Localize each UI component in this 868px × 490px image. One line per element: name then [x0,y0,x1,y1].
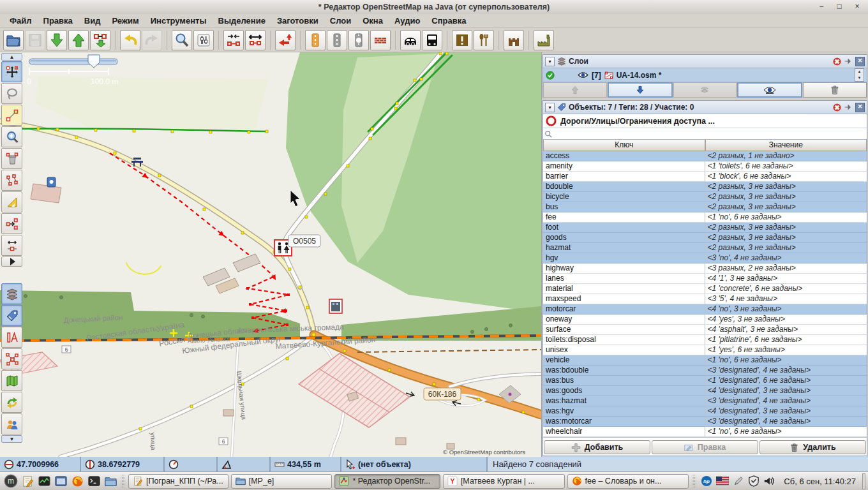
tag-row[interactable]: hazmat<2 разных, 3 не заданы> [543,243,867,253]
taskbar-clock[interactable]: Сб, 6 сен, 11:40:27 [784,477,856,486]
mint-menu-launcher[interactable]: m [3,473,19,489]
tags-dialog-button[interactable] [1,305,22,326]
tag-row[interactable]: was:bdouble<3 'designated', 4 не заданы> [543,366,867,376]
road-residential-button[interactable] [327,30,347,50]
menu-файл[interactable]: Файл [4,14,38,27]
delete-tag-button[interactable]: Удалить [760,440,866,454]
panel-close-icon[interactable]: ✕ [855,57,865,66]
road-crossing-button[interactable] [348,30,369,50]
vehicle-car-button[interactable] [400,30,421,50]
menu-окна[interactable]: Окна [357,14,389,27]
castle-button[interactable] [504,30,524,50]
help-icon[interactable] [832,57,841,66]
hp-tray-icon[interactable]: hp [701,475,712,487]
merge-layers-button[interactable] [673,82,737,98]
tag-row[interactable]: motorcar<4 'no', 3 не заданы> [543,304,867,315]
help-icon[interactable] [832,103,841,112]
minimize-button[interactable]: − [813,1,830,13]
show-desktop-strip[interactable] [862,473,865,489]
firefox-launcher[interactable] [69,473,86,489]
layers-dialog-button[interactable] [1,283,22,304]
hazard-button[interactable] [452,30,472,50]
upload-data-button[interactable] [68,30,89,50]
move-layer-down-button[interactable] [608,82,673,98]
add-tag-button[interactable]: Добавить [544,440,650,454]
show-desktop-launcher[interactable] [52,473,69,489]
improve-accuracy-button[interactable] [1,213,22,234]
text-editor-launcher[interactable] [19,473,36,489]
task-button[interactable]: [Погран_КПП (~/Ра... [128,474,228,489]
tag-row[interactable]: oneway<4 'yes', 3 не заданы> [543,315,867,325]
tag-row[interactable]: surface<4 'asphalt', 3 не заданы> [543,325,867,335]
draw-node-button[interactable] [1,105,22,126]
close-button[interactable]: × [849,1,865,13]
pin-icon[interactable] [844,103,853,112]
delete-layer-button[interactable] [803,82,867,98]
tag-row[interactable]: barrier<1 'block', 6 не заданы> [543,172,867,182]
task-button[interactable]: Y[Матвеев Курган | ... [443,474,565,489]
tag-row[interactable]: bus<2 разных, 3 не заданы> [543,202,867,212]
tag-row[interactable]: material<1 'concrete', 6 не заданы> [543,284,867,294]
download-primitive-button[interactable] [90,30,110,50]
collapse-icon[interactable]: ▼ [545,103,555,112]
move-layer-up-button[interactable] [543,82,607,98]
task-button[interactable]: [MP_e] [231,474,333,489]
menu-аудио[interactable]: Аудио [389,14,426,27]
map-canvas[interactable]: О0505 60К-186 6 6 Донецький район Україн… [0,52,541,457]
tag-row[interactable]: amenity<1 'toilets', 6 не заданы> [543,161,867,172]
relations-dialog-button[interactable] [1,348,22,369]
menu-инструменты[interactable]: Инструменты [145,14,213,27]
collapse-icon[interactable]: ▼ [545,57,555,66]
select-move-button[interactable] [1,61,22,82]
layer-row[interactable]: [7] UA-14.osm * ▲▼ [543,68,867,82]
layer-scroll-spinner[interactable]: ▲▼ [855,68,864,82]
layer-visible-eye-icon[interactable] [578,71,588,79]
menu-слои[interactable]: Слои [324,14,357,27]
preferences-button[interactable] [193,30,214,50]
volume-tray-icon[interactable] [763,475,775,487]
zoom-mode-button[interactable] [1,126,22,147]
pen-tray-icon[interactable] [733,475,744,487]
file-manager-launcher[interactable] [102,473,119,489]
tag-row[interactable]: goods<2 разных, 3 не заданы> [543,233,867,243]
lasso-button[interactable] [1,83,22,104]
undo-button[interactable] [120,30,140,50]
tag-row[interactable]: toilets:disposal<1 'pitlatrine', 6 не за… [543,335,867,345]
shield-tray-icon[interactable] [748,475,760,487]
angle-ruler-button[interactable] [1,191,22,212]
tag-row[interactable]: maxspeed<3 '5', 4 не заданы> [543,294,867,304]
system-monitor-launcher[interactable] [36,473,52,489]
scroll-up-button[interactable]: ▲ [1,53,22,61]
maximize-button[interactable]: □ [831,1,848,13]
menu-правка[interactable]: Правка [38,14,79,27]
tag-row[interactable]: fee<1 'no', 6 не заданы> [543,212,867,223]
task-button[interactable]: * Редактор OpenStr... [334,474,440,489]
edit-tag-button[interactable]: Правка [652,440,758,454]
vehicle-bus-button[interactable] [422,30,442,50]
more-tools-button[interactable] [1,256,22,267]
unglue-button[interactable] [245,30,266,50]
tag-row[interactable]: vehicle<1 'no', 6 не заданы> [543,355,867,366]
tag-row[interactable]: wheelchair<1 'no', 6 не заданы> [543,427,867,437]
pin-icon[interactable] [844,57,853,66]
tag-row[interactable]: access<2 разных, 1 не задано> [543,151,867,161]
factory-button[interactable] [534,30,554,50]
search-button[interactable] [172,30,192,50]
task-button[interactable]: fee – Словарь и он... [567,474,689,489]
scroll-down-button[interactable]: ▼ [1,435,22,443]
menu-вид[interactable]: Вид [79,14,107,27]
value-column-header[interactable]: Значение [705,140,867,151]
tag-row[interactable]: bdouble<2 разных, 3 не заданы> [543,182,867,192]
tag-row[interactable]: lanes<4 '1', 3 не заданы> [543,274,867,284]
redo-button[interactable] [142,30,162,50]
key-column-header[interactable]: Ключ [543,140,705,151]
tag-row[interactable]: hgv<3 'no', 4 не заданы> [543,253,867,264]
restaurant-button[interactable] [474,30,494,50]
download-data-button[interactable] [47,30,67,50]
delete-mode-button[interactable] [1,148,22,169]
menu-заготовки[interactable]: Заготовки [271,14,324,27]
reverse-way-button[interactable] [275,30,296,50]
save-button[interactable] [25,30,45,50]
extrude-button[interactable] [1,235,22,256]
menu-режим[interactable]: Режим [106,14,144,27]
